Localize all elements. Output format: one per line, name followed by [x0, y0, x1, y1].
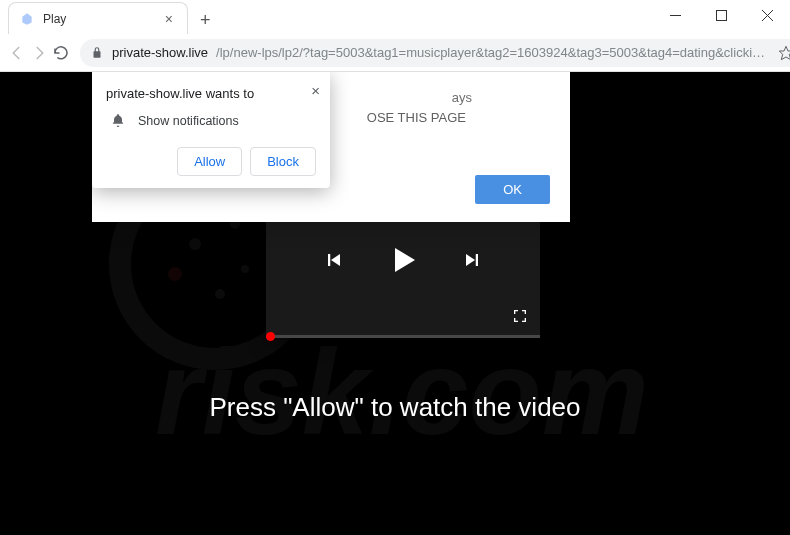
reload-button[interactable]: [52, 38, 70, 68]
svg-marker-29: [466, 254, 475, 266]
address-bar: private-show.live /lp/new-lps/lp2/?tag=5…: [0, 34, 790, 72]
perm-notification-row: Show notifications: [106, 113, 316, 129]
fullscreen-icon[interactable]: [512, 308, 528, 328]
maximize-button[interactable]: [698, 0, 744, 30]
page-content: PC risk.com ays OSE THIS PAGE OK private…: [0, 72, 790, 535]
svg-marker-5: [780, 46, 790, 59]
next-track-icon[interactable]: [463, 251, 481, 273]
svg-point-14: [215, 289, 225, 299]
instruction-text: Press "Allow" to watch the video: [0, 392, 790, 423]
tab-favicon-icon: [19, 11, 35, 27]
minimize-button[interactable]: [652, 0, 698, 30]
progress-thumb[interactable]: [266, 332, 275, 341]
prev-track-icon[interactable]: [325, 251, 343, 273]
svg-rect-26: [328, 254, 330, 266]
svg-point-15: [241, 265, 249, 273]
allow-button[interactable]: Allow: [177, 147, 242, 176]
back-button[interactable]: [8, 38, 26, 68]
url-path: /lp/new-lps/lp2/?tag=5003&tag1=musicplay…: [216, 45, 770, 60]
alert-text-line2: OSE THIS PAGE: [367, 110, 466, 125]
url-input[interactable]: private-show.live /lp/new-lps/lp2/?tag=5…: [80, 39, 790, 67]
svg-rect-2: [716, 10, 726, 20]
alert-text-line1: ays: [452, 90, 472, 105]
new-tab-button[interactable]: +: [188, 4, 223, 37]
forward-button[interactable]: [30, 38, 48, 68]
notification-permission-prompt: private-show.live wants to × Show notifi…: [92, 72, 330, 188]
window-controls: [652, 0, 790, 30]
svg-marker-28: [395, 248, 415, 272]
perm-notification-label: Show notifications: [138, 114, 239, 128]
svg-rect-30: [476, 254, 478, 266]
lock-icon: [90, 46, 104, 60]
play-icon[interactable]: [387, 244, 419, 280]
close-window-button[interactable]: [744, 0, 790, 30]
url-host: private-show.live: [112, 45, 208, 60]
svg-point-11: [189, 238, 201, 250]
bookmark-star-icon[interactable]: [778, 45, 790, 61]
svg-marker-0: [22, 13, 31, 25]
block-button[interactable]: Block: [250, 147, 316, 176]
perm-close-icon[interactable]: ×: [311, 82, 320, 99]
browser-tab[interactable]: Play ×: [8, 2, 188, 34]
tab-close-icon[interactable]: ×: [161, 11, 177, 27]
perm-title: private-show.live wants to: [106, 86, 316, 101]
tab-title: Play: [43, 12, 161, 26]
svg-marker-27: [331, 254, 340, 266]
svg-point-13: [168, 267, 182, 281]
window-titlebar: Play × +: [0, 0, 790, 34]
progress-bar[interactable]: [266, 335, 540, 338]
alert-ok-button[interactable]: OK: [475, 175, 550, 204]
bell-icon: [110, 113, 126, 129]
